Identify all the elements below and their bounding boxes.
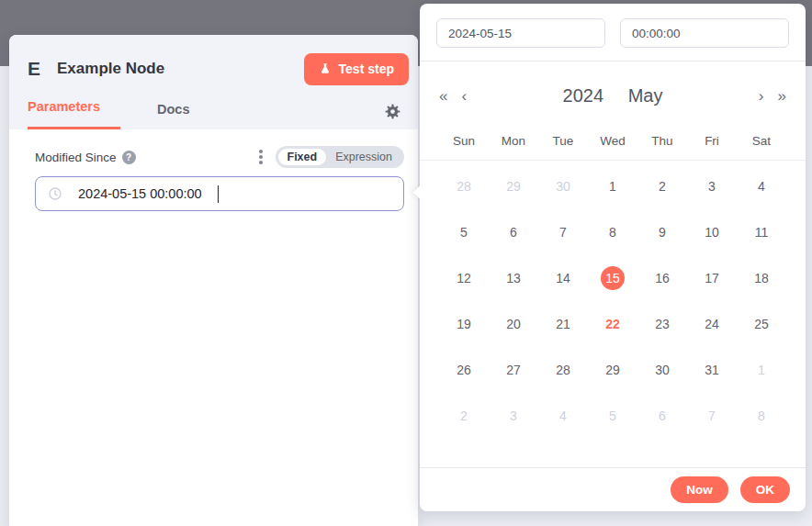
year-label[interactable]: 2024 bbox=[563, 85, 604, 106]
toggle-fixed[interactable]: Fixed bbox=[278, 149, 327, 165]
calendar-day[interactable]: 24 bbox=[700, 312, 724, 336]
calendar-day[interactable]: 12 bbox=[452, 266, 476, 290]
day-header: Sun bbox=[439, 134, 489, 148]
day-header-row: SunMonTueWedThuFriSat bbox=[420, 134, 806, 161]
calendar-day[interactable]: 8 bbox=[750, 404, 773, 428]
calendar-day[interactable]: 29 bbox=[601, 358, 625, 382]
calendar-day[interactable]: 13 bbox=[502, 266, 525, 290]
calendar-day[interactable]: 10 bbox=[700, 220, 724, 244]
day-header: Sat bbox=[737, 134, 786, 148]
calendar-day[interactable]: 4 bbox=[551, 404, 575, 428]
parameter-label: Modified Since bbox=[35, 151, 117, 164]
help-icon[interactable]: ? bbox=[122, 151, 136, 164]
calendar-day[interactable]: 27 bbox=[502, 358, 525, 382]
calendar-day[interactable]: 1 bbox=[601, 174, 625, 198]
calendar-day[interactable]: 26 bbox=[452, 358, 476, 382]
tab-docs[interactable]: Docs bbox=[144, 100, 208, 129]
node-panel-header: E Example Node Test step Parameters Docs bbox=[9, 35, 418, 129]
calendar-day[interactable]: 7 bbox=[551, 220, 575, 244]
month-label[interactable]: May bbox=[628, 85, 663, 106]
text-cursor bbox=[218, 185, 220, 203]
calendar-day[interactable]: 1 bbox=[750, 358, 773, 382]
picker-time-input[interactable] bbox=[620, 18, 789, 48]
calendar-day[interactable]: 2 bbox=[650, 174, 674, 198]
test-step-button[interactable]: Test step bbox=[304, 53, 409, 85]
flask-icon bbox=[319, 62, 332, 75]
day-header: Thu bbox=[637, 134, 687, 148]
calendar-day[interactable]: 11 bbox=[750, 220, 773, 244]
parameters-body: Modified Since ? Fixed Expression 2024-0… bbox=[9, 129, 418, 211]
calendar-day[interactable]: 6 bbox=[650, 404, 674, 428]
calendar-day[interactable]: 29 bbox=[502, 174, 525, 198]
day-header: Wed bbox=[588, 134, 637, 148]
calendar-day[interactable]: 18 bbox=[750, 266, 773, 290]
calendar-day[interactable]: 3 bbox=[502, 404, 525, 428]
day-header: Fri bbox=[687, 134, 737, 148]
calendar-day[interactable]: 2 bbox=[452, 404, 476, 428]
calendar-day[interactable]: 4 bbox=[750, 174, 773, 198]
picker-date-input[interactable] bbox=[436, 18, 605, 48]
calendar-day-today[interactable]: 22 bbox=[601, 312, 625, 336]
fixed-expression-toggle: Fixed Expression bbox=[276, 146, 405, 168]
settings-gear-icon[interactable] bbox=[384, 103, 401, 120]
ok-button[interactable]: OK bbox=[740, 476, 790, 503]
toggle-expression[interactable]: Expression bbox=[326, 149, 401, 165]
calendar-grid: 2829301234567891011121314151617181920212… bbox=[420, 163, 806, 439]
calendar-day[interactable]: 30 bbox=[551, 174, 575, 198]
calendar-day[interactable]: 16 bbox=[650, 266, 674, 290]
modified-since-input[interactable]: 2024-05-15 00:00:00 bbox=[35, 176, 404, 211]
next-month-button[interactable]: › bbox=[759, 88, 764, 104]
calendar-day[interactable]: 5 bbox=[452, 220, 476, 244]
calendar-day-selected[interactable]: 15 bbox=[601, 266, 625, 290]
calendar-day[interactable]: 25 bbox=[750, 312, 773, 336]
calendar-day[interactable]: 3 bbox=[700, 174, 724, 198]
calendar-day[interactable]: 30 bbox=[650, 358, 674, 382]
calendar-day[interactable]: 23 bbox=[650, 312, 674, 336]
datetime-picker-popup: « ‹ 2024 May › » SunMonTueWedThuFriSat 2… bbox=[420, 4, 806, 511]
calendar-day[interactable]: 19 bbox=[452, 312, 476, 336]
calendar-day[interactable]: 5 bbox=[601, 404, 625, 428]
calendar-navigation: « ‹ 2024 May › » bbox=[420, 62, 806, 106]
parameter-options-kebab-icon[interactable] bbox=[257, 148, 265, 166]
calendar-day[interactable]: 28 bbox=[452, 174, 476, 198]
node-title: Example Node bbox=[57, 60, 304, 78]
node-detail-panel: E Example Node Test step Parameters Docs bbox=[9, 35, 418, 526]
modified-since-value: 2024-05-15 00:00:00 bbox=[78, 186, 202, 201]
day-header: Mon bbox=[489, 134, 538, 148]
calendar-day[interactable]: 17 bbox=[700, 266, 724, 290]
now-button[interactable]: Now bbox=[671, 476, 728, 503]
prev-year-button[interactable]: « bbox=[439, 88, 447, 104]
calendar-day[interactable]: 9 bbox=[650, 220, 674, 244]
test-step-label: Test step bbox=[339, 62, 394, 76]
calendar-day[interactable]: 21 bbox=[551, 312, 575, 336]
clock-icon bbox=[48, 186, 62, 201]
node-icon: E bbox=[28, 58, 40, 80]
calendar-day[interactable]: 8 bbox=[601, 220, 625, 244]
calendar-day[interactable]: 31 bbox=[700, 358, 724, 382]
calendar-day[interactable]: 20 bbox=[502, 312, 525, 336]
tab-parameters[interactable]: Parameters bbox=[28, 97, 120, 129]
next-year-button[interactable]: » bbox=[778, 88, 786, 104]
calendar-day[interactable]: 6 bbox=[502, 220, 525, 244]
calendar-day[interactable]: 28 bbox=[551, 358, 575, 382]
calendar-day[interactable]: 14 bbox=[551, 266, 575, 290]
picker-inputs-row bbox=[420, 4, 806, 62]
calendar-day[interactable]: 7 bbox=[700, 404, 724, 428]
picker-footer: Now OK bbox=[420, 467, 806, 511]
day-header: Tue bbox=[538, 134, 588, 148]
